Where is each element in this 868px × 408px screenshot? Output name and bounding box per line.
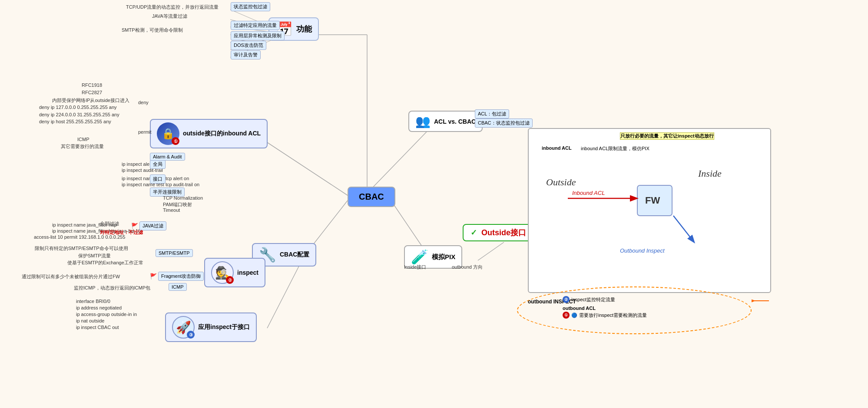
- inside-jiekou-label: Inside接口: [404, 264, 426, 270]
- fragment-label-area: 🚩 Fragment攻击防御: [150, 272, 204, 281]
- inspect-node: 🕵️ ② inspect: [204, 258, 265, 287]
- feature-tag-2: 过滤特定应用的流量: [231, 21, 280, 30]
- apply-inspect-label: 应用inspect于接口: [198, 323, 250, 331]
- svg-line-4: [369, 124, 434, 191]
- svg-text:Outbound Inspect: Outbound Inspect: [620, 247, 665, 254]
- outbound-dir-label: outbound 方向: [452, 264, 483, 270]
- right-diagram-box: 只放行必要的流量，其它让inspect动态放行 inbound ACL inbo…: [528, 128, 771, 293]
- rocket-icon: 🚀 ③: [172, 316, 195, 339]
- check-icon: ✓: [470, 228, 477, 237]
- feature-tag-3: 应用层异常检测及限制: [231, 31, 285, 40]
- feature-tag-1: 状态监控包过滤: [231, 2, 270, 11]
- apply-line2: ip address negotiated: [76, 305, 122, 310]
- outside-inbound-acl-label: outside接口的inbound ACL: [183, 130, 261, 138]
- inside-protect-label: 内部受保护网络IP从outside接口进入: [52, 97, 129, 104]
- acl-icon: 👥: [415, 114, 431, 128]
- apply-line3: ip access-group outside-in in: [76, 312, 137, 317]
- inspector-icon: 🕵️ ②: [211, 261, 234, 284]
- cbac-config-label: CBAC配置: [280, 251, 309, 259]
- feature-3: SMTP检测，可使用命令限制: [122, 27, 183, 33]
- icmp-line: 监控ICMP，动态放行返回的ICMP包: [74, 285, 150, 291]
- interface-tag: 接口: [150, 174, 166, 184]
- svg-text:FW: FW: [645, 195, 660, 206]
- central-label: CBAC: [359, 192, 384, 201]
- java-tag: JAVA过滤: [139, 221, 166, 230]
- modunn-pix-label: 模拟PIX: [432, 253, 455, 261]
- outside-jiekou-node: ✓ Outside接口: [463, 224, 534, 241]
- fragment-tag: Fragment攻击防御: [158, 272, 204, 281]
- deny-line3: deny ip 224.0.0.0 31.255.255.255 any: [39, 112, 119, 117]
- apply-line5: ip inspect CBAC out: [76, 325, 119, 330]
- feature-tag-4-label: DOS攻击防范: [234, 43, 263, 48]
- svg-line-7: [267, 256, 304, 328]
- fragment-line: 通过限制可以有多少个未被组装的分片通过FW: [22, 273, 120, 280]
- feature-tag-5-label: 审计及告警: [234, 52, 258, 57]
- alarm-audit-tag: Alarm & Audit: [150, 153, 185, 161]
- svg-line-15: [478, 242, 504, 260]
- pam-port: PAM端口映射: [163, 201, 192, 208]
- apply-line4: ip nat outside: [76, 318, 104, 323]
- lab-icon: 🧪: [411, 249, 428, 265]
- java-all-label: 全部过滤: [100, 220, 119, 227]
- icmp-label: ICMP: [77, 137, 89, 142]
- smtp-tag: SMTP/ESMTP: [156, 249, 193, 257]
- arrow-to-ellipse: [752, 294, 773, 307]
- dashed-ellipse: [517, 286, 752, 334]
- icmp-tag: ICMP: [169, 283, 187, 291]
- feature-tag-2-label: 过滤特定应用的流量: [234, 23, 277, 28]
- smtp-line2: 保护SMTP流量: [78, 253, 111, 259]
- feature-1: TCP/UDP流量的动态监控，并放行返回流量: [126, 4, 219, 10]
- central-node: CBAC: [348, 187, 395, 207]
- deny-line2: deny ip 127.0.0.0 0.255.255.255 any: [39, 105, 117, 110]
- hw-diagram-svg: Outside Inside FW Inbound ACL Outbound I…: [529, 129, 771, 293]
- rfc2827-label: RFC2827: [82, 90, 102, 95]
- feature-tag-1-label: 状态监控包过滤: [234, 4, 267, 9]
- feature-2: JAVA等流量过滤: [152, 13, 187, 20]
- outside-jiekou-label: Outside接口: [481, 227, 526, 238]
- apply-inspect-node: 🚀 ③ 应用inspect于接口: [165, 313, 257, 342]
- outside-inbound-acl-node: 🔒 ① outside接口的inbound ACL: [150, 119, 268, 148]
- acl-vs-cbac-node: 👥 ACL vs. CBAC: [408, 111, 483, 132]
- java-specific-label: 对特定地址：不过滤: [100, 229, 143, 236]
- inspect-label: inspect: [237, 269, 258, 276]
- tcp-norm: TCP Normalization: [163, 195, 203, 201]
- lock-icon: 🔒 ①: [157, 122, 179, 145]
- svg-text:Inside: Inside: [698, 168, 722, 179]
- svg-text:Inbound ACL: Inbound ACL: [572, 190, 605, 196]
- fragment-flag-icon: 🚩: [150, 273, 157, 280]
- feature-tag-5: 审计及告警: [231, 50, 261, 59]
- smtp-line3: 使基于ESMTP的Exchange工作正常: [67, 260, 143, 266]
- deny-label: deny: [138, 100, 149, 105]
- other-label: 其它需要放行的流量: [61, 143, 104, 150]
- apply-line1: interface BRI0/0: [76, 299, 110, 304]
- feature-tag-3-label: 应用层异常检测及限制: [234, 33, 282, 38]
- deny-line4: deny ip host 255.255.255.255 any: [39, 119, 111, 124]
- smtp-line1: 限制只有特定的SMTP/ESMTP命令可以使用: [35, 245, 128, 252]
- timeout-label: Timeout: [163, 207, 180, 213]
- cbac-sub-tag: CBAC：状态监控包过滤: [475, 118, 533, 128]
- acl-sub-tag: ACL：包过滤: [475, 109, 509, 118]
- global-tag: 全局: [150, 160, 166, 169]
- acl-vs-cbac-label: ACL vs. CBAC: [434, 118, 476, 125]
- rfc1918-label: RFC1918: [82, 82, 102, 88]
- gong-neng-label: 功能: [296, 24, 312, 34]
- flag-icon: 🚩: [131, 223, 138, 229]
- feature-tag-4: DOS攻击防范: [231, 41, 266, 50]
- permit-label: permit: [138, 129, 152, 135]
- svg-text:Outside: Outside: [546, 177, 576, 188]
